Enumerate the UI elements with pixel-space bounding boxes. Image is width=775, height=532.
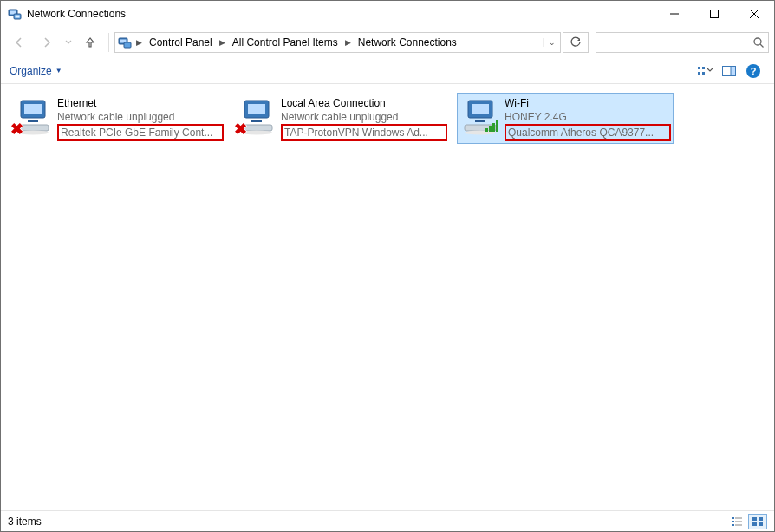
network-adapter-icon: ✖ — [12, 95, 57, 137]
search-icon[interactable] — [752, 36, 765, 49]
svg-rect-26 — [251, 120, 262, 122]
svg-rect-31 — [475, 120, 485, 122]
titlebar: Network Connections — [1, 1, 774, 27]
connection-adapter: TAP-ProtonVPN Windows Ad... — [281, 124, 447, 141]
svg-rect-3 — [16, 16, 20, 18]
help-icon: ? — [746, 64, 760, 78]
svg-rect-10 — [124, 42, 131, 48]
connection-adapter: Realtek PCIe GbE Family Cont... — [57, 124, 224, 141]
svg-rect-34 — [485, 128, 488, 132]
disconnected-icon: ✖ — [10, 120, 23, 139]
svg-rect-30 — [472, 104, 489, 114]
connection-text: Wi-Fi HONEY 2.4G Qualcomm Atheros QCA937… — [505, 95, 671, 141]
svg-rect-40 — [732, 521, 734, 522]
disconnected-icon: ✖ — [234, 120, 247, 139]
separator — [108, 33, 109, 52]
svg-rect-14 — [698, 72, 700, 75]
details-view-button[interactable] — [727, 514, 746, 529]
connection-text: Local Area Connection Network cable unpl… — [281, 95, 447, 141]
location-icon — [115, 36, 134, 49]
svg-rect-41 — [735, 521, 742, 522]
item-count: 3 items — [8, 516, 42, 528]
connection-status: HONEY 2.4G — [505, 110, 671, 124]
svg-rect-21 — [28, 120, 38, 122]
window-title: Network Connections — [27, 8, 126, 20]
refresh-button[interactable] — [563, 32, 589, 53]
svg-rect-5 — [711, 10, 719, 18]
svg-rect-18 — [731, 66, 736, 75]
svg-rect-15 — [702, 67, 705, 69]
breadcrumb-chevron[interactable]: ▶ — [343, 33, 353, 52]
svg-point-11 — [754, 38, 761, 45]
search-input[interactable] — [596, 33, 768, 52]
close-button[interactable] — [734, 1, 774, 27]
svg-rect-37 — [496, 120, 498, 132]
connection-name: Local Area Connection — [281, 96, 447, 110]
svg-rect-44 — [752, 517, 757, 521]
connection-item-ethernet[interactable]: ✖ Ethernet Network cable unplugged Realt… — [10, 93, 226, 144]
svg-rect-43 — [735, 524, 742, 525]
breadcrumb-chevron[interactable]: ▶ — [134, 33, 144, 52]
up-button[interactable] — [77, 30, 103, 55]
connection-text: Ethernet Network cable unplugged Realtek… — [57, 95, 224, 141]
maximize-button[interactable] — [694, 1, 734, 27]
svg-rect-35 — [489, 126, 492, 132]
svg-rect-25 — [248, 104, 265, 114]
svg-rect-42 — [732, 524, 734, 526]
address-bar[interactable]: ▶ Control Panel ▶ All Control Panel Item… — [114, 32, 561, 53]
breadcrumb-1[interactable]: Control Panel — [144, 33, 218, 52]
back-button[interactable] — [6, 30, 32, 55]
svg-line-12 — [760, 44, 764, 48]
view-options-button[interactable] — [693, 61, 717, 81]
connection-name: Ethernet — [57, 96, 224, 110]
svg-rect-39 — [735, 517, 742, 518]
network-adapter-icon — [459, 95, 505, 137]
preview-pane-button[interactable] — [717, 61, 741, 81]
navigation-row: ▶ Control Panel ▶ All Control Panel Item… — [1, 27, 774, 58]
forward-button[interactable] — [34, 30, 60, 55]
chevron-down-icon: ▼ — [55, 67, 62, 75]
address-dropdown[interactable]: ⌄ — [543, 38, 560, 47]
svg-rect-47 — [759, 522, 763, 526]
svg-rect-36 — [492, 123, 495, 132]
connection-status: Network cable unplugged — [57, 110, 224, 124]
network-connections-icon — [8, 7, 22, 21]
svg-rect-20 — [24, 104, 42, 114]
breadcrumb-3[interactable]: Network Connections — [353, 33, 462, 52]
minimize-button[interactable] — [655, 1, 694, 27]
breadcrumb-chevron[interactable]: ▶ — [218, 33, 227, 52]
connection-name: Wi-Fi — [505, 96, 671, 110]
breadcrumb-2[interactable]: All Control Panel Items — [227, 33, 343, 52]
window: Network Connections — [0, 0, 775, 532]
content-area: ✖ Ethernet Network cable unplugged Realt… — [1, 84, 774, 510]
organize-label: Organize — [10, 65, 52, 77]
svg-rect-38 — [732, 517, 734, 519]
help-button[interactable]: ? — [741, 61, 765, 81]
svg-rect-45 — [759, 517, 763, 521]
network-adapter-icon: ✖ — [236, 95, 281, 137]
connection-status: Network cable unplugged — [281, 110, 447, 124]
organize-menu[interactable]: Organize ▼ — [10, 65, 62, 77]
connection-item-wifi[interactable]: Wi-Fi HONEY 2.4G Qualcomm Atheros QCA937… — [457, 93, 674, 144]
svg-rect-46 — [752, 522, 757, 526]
statusbar: 3 items — [1, 510, 774, 531]
connection-item-local-area[interactable]: ✖ Local Area Connection Network cable un… — [233, 93, 450, 144]
tiles-view-button[interactable] — [748, 514, 767, 529]
connection-adapter: Qualcomm Atheros QCA9377... — [505, 124, 671, 141]
svg-rect-16 — [702, 72, 705, 75]
svg-rect-13 — [698, 67, 700, 69]
recent-locations-button[interactable] — [62, 30, 75, 55]
toolbar: Organize ▼ ? — [1, 58, 774, 84]
search-box[interactable] — [596, 32, 769, 53]
